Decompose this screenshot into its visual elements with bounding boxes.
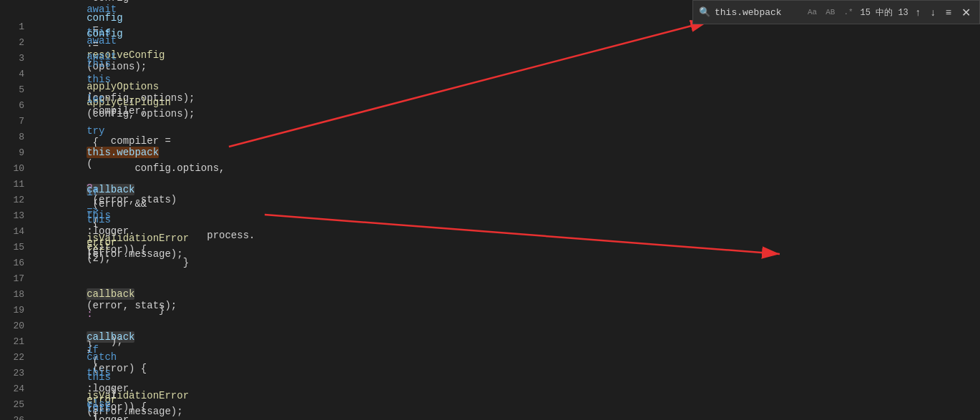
search-close-button[interactable]: ✕ bbox=[959, 4, 974, 21]
line-number: 2 bbox=[0, 37, 36, 48]
line-number: 23 bbox=[0, 368, 36, 379]
line-number: 15 bbox=[0, 242, 36, 253]
line-number: 6 bbox=[0, 100, 36, 111]
search-bar: 🔍 Aa AB .* 15 中的 13 ↑ ↓ ≡ ✕ bbox=[692, 0, 980, 24]
line-number: 4 bbox=[0, 69, 36, 79]
line-number: 3 bbox=[0, 53, 36, 64]
search-icon: 🔍 bbox=[699, 6, 710, 18]
line-number: 10 bbox=[0, 163, 36, 174]
next-match-button[interactable]: ↓ bbox=[928, 5, 939, 19]
line-number: 17 bbox=[0, 273, 36, 284]
search-input[interactable] bbox=[715, 7, 800, 18]
table-row: 4 config = await this . applyCLIPlugin (… bbox=[0, 66, 980, 82]
table-row: 6 let compiler; bbox=[0, 97, 980, 113]
search-count: 15 中的 13 bbox=[861, 6, 908, 19]
line-number: 12 bbox=[0, 195, 36, 205]
line-number: 19 bbox=[0, 305, 36, 316]
line-number: 13 bbox=[0, 210, 36, 221]
search-menu-button[interactable]: ≡ bbox=[943, 5, 954, 19]
line-number: 14 bbox=[0, 226, 36, 237]
line-number: 24 bbox=[0, 384, 36, 394]
line-number: 9 bbox=[0, 147, 36, 158]
line-number: 16 bbox=[0, 258, 36, 268]
line-number: 18 bbox=[0, 289, 36, 300]
line-number: 22 bbox=[0, 352, 36, 363]
search-options: Aa AB .* bbox=[805, 6, 856, 18]
line-number: 5 bbox=[0, 84, 36, 95]
editor-area: 🔍 Aa AB .* 15 中的 13 ↑ ↓ ≡ ✕ 1 let config… bbox=[0, 0, 980, 420]
line-number: 25 bbox=[0, 399, 36, 410]
line-number: 21 bbox=[0, 336, 36, 347]
table-row: 26 this .logger. error (error); bbox=[0, 412, 980, 420]
line-number: 8 bbox=[0, 132, 36, 142]
match-case-button[interactable]: Aa bbox=[805, 6, 820, 18]
line-number: 20 bbox=[0, 321, 36, 331]
line-number: 26 bbox=[0, 415, 36, 421]
prev-match-button[interactable]: ↑ bbox=[913, 5, 923, 19]
line-number: 7 bbox=[0, 116, 36, 127]
use-regex-button[interactable]: .* bbox=[841, 6, 856, 18]
code-container: 1 let config = await this . resolveConfi… bbox=[0, 0, 980, 420]
line-number: 1 bbox=[0, 21, 36, 32]
match-whole-word-button[interactable]: AB bbox=[823, 6, 838, 18]
line-number: 11 bbox=[0, 179, 36, 190]
